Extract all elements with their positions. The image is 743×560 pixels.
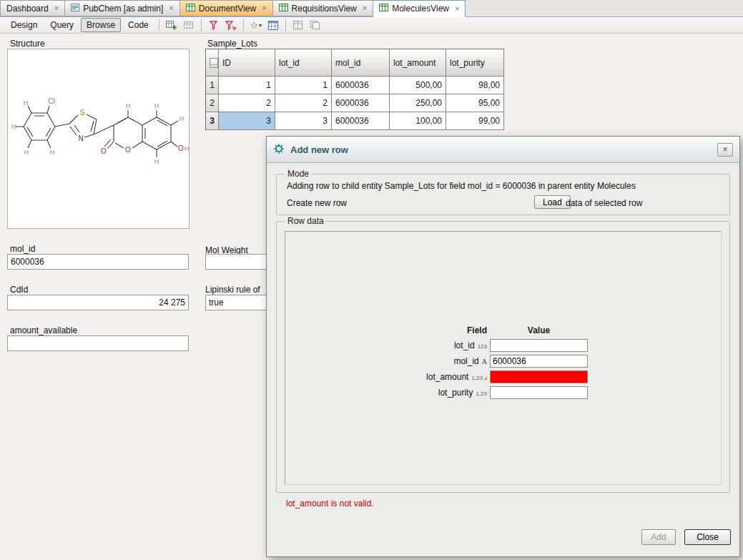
column-header-id[interactable]: ID — [219, 49, 275, 77]
field-row-lot-amount: lot_amount1,23 — [285, 370, 721, 385]
table-cell[interactable]: 98,00 — [446, 77, 504, 94]
table-cell[interactable]: 6000036 — [332, 94, 390, 112]
tab-pubchem[interactable]: PubChem [as admin] × — [65, 0, 180, 16]
grid-view-icon — [279, 4, 288, 14]
table-cell[interactable]: 95,00 — [446, 94, 504, 112]
tab-moleculesview[interactable]: MoleculesView × — [373, 0, 466, 17]
lipinski-label: Lipinski rule of — [205, 285, 260, 295]
field-row-lot-purity: lot_purity1,23 — [285, 385, 721, 401]
table-icon[interactable] — [181, 18, 197, 32]
field-name: lot_amount — [426, 372, 468, 382]
column-options-button[interactable]: … — [210, 58, 218, 68]
field-name: lot_id — [454, 340, 475, 350]
tab-label: DocumentView — [199, 4, 256, 14]
add-table-icon[interactable] — [164, 18, 179, 32]
row-number-selected[interactable]: 3 — [206, 112, 219, 130]
add-button[interactable]: Add — [641, 529, 676, 545]
table-cell[interactable]: 2 — [219, 94, 275, 112]
h-atom-label: H — [50, 149, 55, 156]
row-data-group-label: Row data — [285, 216, 327, 226]
mode-group: Mode Adding row to child entity Sample_L… — [276, 174, 730, 215]
ring-o-atom-label: O — [125, 146, 131, 154]
design-button[interactable]: Design — [5, 18, 43, 32]
code-button[interactable]: Code — [122, 18, 154, 32]
table-cell[interactable]: 6000036 — [332, 112, 390, 130]
dialog-title-bar[interactable]: Add new row × — [267, 137, 739, 163]
amount-available-field[interactable] — [7, 335, 189, 351]
molecule-structure: Cl S N O O O H H H H H H H H H — [8, 49, 189, 228]
table-cell-selected[interactable]: 3 — [219, 112, 275, 130]
lot-id-value-input[interactable] — [490, 339, 588, 352]
column-header-lot-id[interactable]: lot_id — [275, 49, 332, 77]
h-atom-label: H — [24, 99, 29, 107]
table-cell[interactable]: 99,00 — [446, 112, 504, 130]
column-header-mol-id[interactable]: mol_id — [332, 49, 390, 77]
table-cell[interactable]: 3 — [275, 112, 332, 130]
table-corner-cell: … — [206, 49, 219, 77]
close-icon[interactable]: × — [262, 4, 266, 12]
row-number[interactable]: 2 — [206, 94, 219, 112]
table-cell[interactable]: 250,00 — [390, 94, 446, 112]
close-icon[interactable]: × — [363, 4, 367, 12]
value-column-header: Value — [490, 325, 588, 335]
toolbar-separator — [243, 19, 244, 31]
lot-purity-value-input[interactable] — [490, 386, 588, 399]
hydroxyl-o-atom-label: O — [178, 144, 184, 152]
query-button[interactable]: Query — [44, 18, 79, 32]
browse-view: Structure — [0, 34, 743, 560]
chevron-down-icon: ▾ — [259, 22, 262, 29]
widget-layout-icon[interactable] — [307, 18, 323, 32]
mode-description: Adding row to child entity Sample_Lots f… — [287, 181, 636, 191]
close-icon[interactable]: × — [455, 5, 459, 13]
close-icon[interactable]: × — [169, 4, 173, 12]
validation-error-text: lot_amount is not valid. — [286, 498, 374, 509]
tab-requisitionsview[interactable]: RequisitionsView × — [273, 0, 374, 16]
row-number[interactable]: 1 — [206, 77, 219, 94]
cl-atom-label: Cl — [48, 97, 54, 105]
n-atom-label: N — [78, 134, 83, 142]
decimal-type-icon: 1,23 — [476, 390, 487, 397]
cdid-field[interactable] — [7, 295, 189, 310]
grid-view-icon — [186, 4, 195, 14]
form-view-icon[interactable] — [265, 18, 281, 32]
table-cell[interactable]: 6000036 — [332, 77, 390, 94]
tab-dashboard[interactable]: Dashboard × — [0, 0, 65, 16]
browse-button[interactable]: Browse — [81, 18, 121, 32]
sample-lots-title: Sample_Lots — [207, 39, 257, 49]
mode-group-label: Mode — [285, 169, 312, 179]
mol-id-value-input[interactable] — [490, 355, 588, 368]
favorites-star-icon[interactable]: ☆▾ — [248, 18, 264, 32]
close-icon[interactable]: × — [54, 4, 59, 12]
row-data-group: Row data Field Value lot_id123 mol_idA — [276, 221, 730, 493]
widget-grid-icon[interactable] — [290, 18, 306, 32]
toolbar-separator — [201, 19, 202, 31]
amount-available-label: amount_available — [10, 325, 77, 335]
mol-id-field[interactable] — [7, 254, 189, 270]
lot-amount-value-input[interactable] — [490, 370, 588, 383]
field-row-lot-id: lot_id123 — [285, 338, 721, 354]
filter-icon[interactable] — [206, 18, 222, 32]
table-cell[interactable]: 100,00 — [390, 112, 446, 130]
column-header-lot-amount[interactable]: lot_amount — [390, 49, 446, 77]
tab-documentview[interactable]: DocumentView × — [180, 0, 273, 16]
sample-lots-table: … ID lot_id mol_id lot_amount lot_purity… — [205, 49, 504, 130]
column-header-lot-purity[interactable]: lot_purity — [446, 49, 504, 77]
application-window: Dashboard × PubChem [as admin] × Documen… — [0, 0, 743, 560]
cdid-label: CdId — [10, 285, 28, 295]
field-value-header: Field Value — [285, 325, 721, 337]
table-cell[interactable]: 500,00 — [390, 77, 446, 94]
filter-edit-icon[interactable] — [223, 18, 239, 32]
table-cell[interactable]: 1 — [219, 77, 275, 94]
close-button[interactable]: Close — [684, 529, 731, 545]
carbonyl-o-atom-label: O — [101, 147, 107, 155]
toolbar-separator — [159, 19, 159, 31]
structure-label: Structure — [10, 39, 45, 49]
dialog-close-button[interactable]: × — [717, 143, 733, 157]
app-icon — [273, 143, 285, 157]
table-cell[interactable]: 2 — [275, 94, 332, 112]
list-icon — [71, 4, 79, 14]
h-atom-label: H — [154, 102, 159, 109]
table-cell[interactable]: 1 — [275, 77, 332, 94]
close-icon: × — [722, 144, 727, 154]
structure-viewer[interactable]: Cl S N O O O H H H H H H H H H — [7, 49, 190, 229]
